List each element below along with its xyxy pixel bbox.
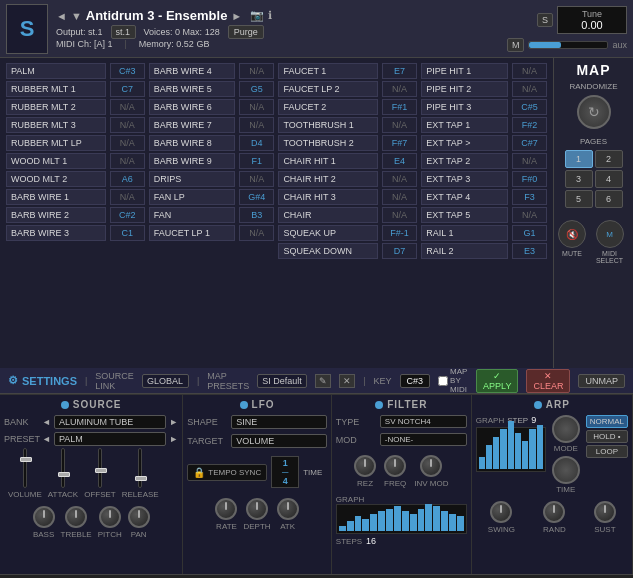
atk-knob[interactable] (277, 498, 299, 520)
inst-cell[interactable]: TOOTHBRUSH 1 (278, 117, 377, 133)
inst-cell[interactable]: FAUCET 2 (278, 99, 377, 115)
inst-cell[interactable]: EXT TAP 4 (421, 189, 508, 205)
page-1-button[interactable]: 1 (565, 150, 593, 168)
map-by-midi-input[interactable] (438, 376, 448, 386)
purge-button[interactable]: Purge (228, 25, 264, 39)
camera-icon[interactable]: 📷 (250, 9, 264, 22)
inst-cell[interactable]: CHAIR HIT 2 (278, 171, 377, 187)
inst-cell[interactable]: DRIPS (149, 171, 236, 187)
rate-knob[interactable] (215, 498, 237, 520)
inst-cell[interactable]: FAN LP (149, 189, 236, 205)
key-cell[interactable]: N/A (110, 99, 145, 115)
freq-knob[interactable] (384, 455, 406, 477)
inst-cell[interactable]: EXT TAP 3 (421, 171, 508, 187)
inst-cell[interactable]: RAIL 2 (421, 243, 508, 259)
bass-knob[interactable] (33, 506, 55, 528)
swing-knob[interactable] (490, 501, 512, 523)
key-cell[interactable]: E3 (512, 243, 547, 259)
inst-cell[interactable]: BARB WIRE 3 (6, 225, 106, 241)
preset-edit-button[interactable]: ✎ (315, 374, 331, 388)
inst-cell[interactable]: FAUCET 1 (278, 63, 377, 79)
key-cell[interactable]: F#1 (382, 99, 418, 115)
inst-cell[interactable]: BARB WIRE 8 (149, 135, 236, 151)
rez-knob[interactable] (354, 455, 376, 477)
next-arrow[interactable]: ► (231, 10, 242, 22)
key-cell[interactable]: N/A (239, 63, 274, 79)
inst-cell[interactable]: BARB WIRE 2 (6, 207, 106, 223)
mute-button[interactable]: 🔇 (558, 220, 586, 248)
normal-btn[interactable]: NORMAL (586, 415, 628, 428)
key-cell[interactable]: N/A (382, 189, 418, 205)
key-cell[interactable]: N/A (239, 99, 274, 115)
page-5-button[interactable]: 5 (565, 190, 593, 208)
inst-cell[interactable]: TOOTHBRUSH 2 (278, 135, 377, 151)
key-cell[interactable]: N/A (239, 225, 274, 241)
inst-cell[interactable]: CHAIR (278, 207, 377, 223)
prev-arrow[interactable]: ◄ (56, 10, 67, 22)
rand-knob[interactable] (543, 501, 565, 523)
inst-cell[interactable]: SQUEAK DOWN (278, 243, 377, 259)
key-cell[interactable]: B3 (239, 207, 274, 223)
inst-cell[interactable]: BARB WIRE 5 (149, 81, 236, 97)
volume-fader-thumb[interactable] (20, 457, 32, 462)
pitch-knob[interactable] (99, 506, 121, 528)
lfo-shape-select[interactable]: SINE (231, 415, 327, 429)
key-cell[interactable]: G1 (512, 225, 547, 241)
inst-cell[interactable]: RUBBER MLT 3 (6, 117, 106, 133)
unmap-button[interactable]: UNMAP (578, 374, 625, 388)
midi-select-button[interactable]: M (596, 220, 624, 248)
key-cell[interactable]: N/A (239, 117, 274, 133)
key-cell[interactable]: N/A (512, 81, 547, 97)
page-3-button[interactable]: 3 (565, 170, 593, 188)
clear-button[interactable]: ✕ CLEAR (526, 369, 570, 393)
apply-button[interactable]: ✓ APPLY (476, 369, 518, 393)
bank-prev[interactable]: ◄ (42, 417, 51, 427)
randomize-button[interactable]: ↻ (577, 95, 611, 129)
page-6-button[interactable]: 6 (595, 190, 623, 208)
key-cell[interactable]: N/A (382, 207, 418, 223)
key-cell[interactable]: N/A (110, 135, 145, 151)
source-link-select[interactable]: GLOBAL (142, 374, 189, 388)
attack-fader-track[interactable] (61, 448, 65, 488)
arp-time-knob[interactable] (552, 456, 580, 484)
volume-fader-track[interactable] (23, 448, 27, 488)
key-cell[interactable]: F#7 (382, 135, 418, 151)
pan-knob[interactable] (128, 506, 150, 528)
sust-knob[interactable] (594, 501, 616, 523)
dropdown-arrow[interactable]: ▼ (71, 10, 82, 22)
inst-cell[interactable]: BARB WIRE 9 (149, 153, 236, 169)
key-cell[interactable]: D4 (239, 135, 274, 151)
release-fader-thumb[interactable] (135, 476, 147, 481)
inst-cell[interactable]: RUBBER MLT LP (6, 135, 106, 151)
inst-cell[interactable]: WOOD MLT 2 (6, 171, 106, 187)
preset-prev[interactable]: ◄ (42, 434, 51, 444)
s-button[interactable]: S (537, 13, 553, 27)
inst-cell[interactable]: BARB WIRE 1 (6, 189, 106, 205)
key-cell[interactable]: C#5 (512, 99, 547, 115)
key-cell[interactable]: F#0 (512, 171, 547, 187)
inst-cell[interactable]: RUBBER MLT 2 (6, 99, 106, 115)
inst-cell[interactable]: EXT TAP 1 (421, 117, 508, 133)
filter-type-select[interactable]: SV NOTCH4 (380, 415, 467, 428)
key-cell[interactable]: N/A (512, 207, 547, 223)
key-cell[interactable]: N/A (512, 153, 547, 169)
key-cell[interactable]: E4 (382, 153, 418, 169)
key-cell[interactable]: N/A (382, 171, 418, 187)
treble-knob[interactable] (65, 506, 87, 528)
depth-knob[interactable] (246, 498, 268, 520)
key-cell[interactable]: N/A (239, 171, 274, 187)
key-cell[interactable]: G#4 (239, 189, 274, 205)
key-cell[interactable]: N/A (110, 153, 145, 169)
key-cell[interactable]: C#2 (110, 207, 145, 223)
key-cell[interactable]: N/A (110, 189, 145, 205)
inst-cell[interactable]: PIPE HIT 1 (421, 63, 508, 79)
inst-cell[interactable]: SQUEAK UP (278, 225, 377, 241)
inst-cell[interactable]: FAN (149, 207, 236, 223)
inst-cell[interactable]: FAUCET LP 1 (149, 225, 236, 241)
inst-cell[interactable]: BARB WIRE 7 (149, 117, 236, 133)
preset-x-button[interactable]: ✕ (339, 374, 355, 388)
page-2-button[interactable]: 2 (595, 150, 623, 168)
loop-btn[interactable]: LOOP (586, 445, 628, 458)
arp-mode-knob[interactable] (552, 415, 580, 443)
key-cell[interactable]: F3 (512, 189, 547, 205)
